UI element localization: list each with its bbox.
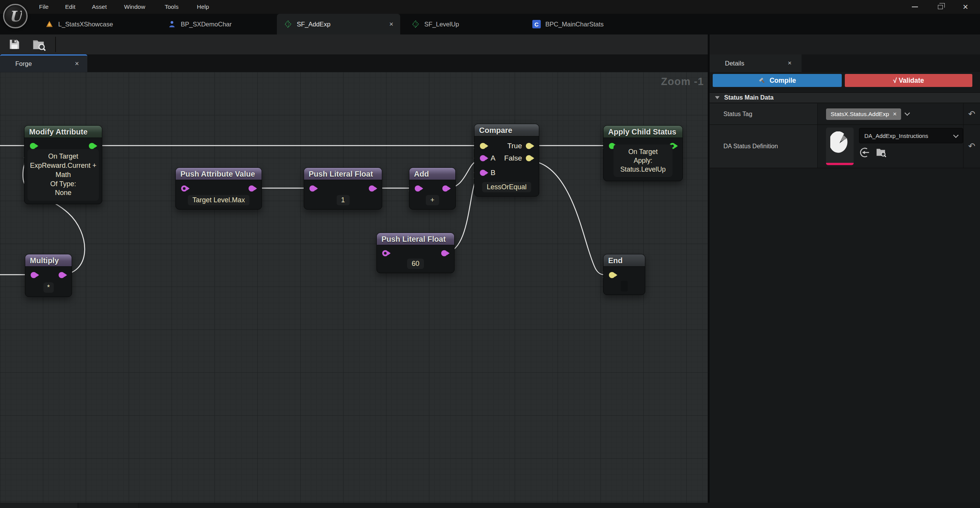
bottom-dock-strip xyxy=(0,503,980,508)
menu-window[interactable]: Window xyxy=(122,0,147,14)
node-value: + xyxy=(426,195,439,205)
section-status-main-data[interactable]: Status Main Data xyxy=(710,92,980,103)
menu-help[interactable]: Help xyxy=(195,0,211,14)
asset-tab-bar: L_StatsXShowcase BP_SXDemoChar SF_AddExp… xyxy=(0,14,980,34)
node-info-box: On Target Apply: Status.LevelUp xyxy=(614,144,672,177)
chevron-down-icon xyxy=(953,133,959,138)
unreal-editor-window: File Edit Asset Window Tools Help × U L_… xyxy=(0,0,980,508)
tab-label: BP_SXDemoChar xyxy=(181,21,232,28)
exec-in-pin[interactable] xyxy=(609,272,615,278)
forge-tab-close-icon[interactable]: × xyxy=(75,60,79,68)
property-value-cell: StatsX.Status.AddExp × xyxy=(818,103,963,125)
false-out-pin[interactable] xyxy=(526,155,532,161)
tag-value: StatsX.Status.AddExp xyxy=(831,111,889,118)
exec-in-pin[interactable] xyxy=(480,143,486,149)
node-push-literal-float-1[interactable]: Push Literal Float 1 xyxy=(304,167,382,210)
property-value-cell: DA_AddExp_Instructions xyxy=(818,125,963,168)
forge-script-icon xyxy=(284,20,292,28)
asset-color-bar xyxy=(826,163,854,165)
node-end[interactable]: End xyxy=(603,254,645,295)
tab-close-icon[interactable]: × xyxy=(389,20,393,28)
reset-to-default-icon[interactable]: ↶ xyxy=(968,141,975,151)
node-modify-attribute[interactable]: Modify Attribute Math On Target ExpRewar… xyxy=(24,125,102,204)
menu-edit[interactable]: Edit xyxy=(63,0,78,14)
menu-file[interactable]: File xyxy=(37,0,51,14)
pie-chart-icon xyxy=(830,131,849,155)
property-label: DA Status Definition xyxy=(723,143,778,150)
toolbar-separator xyxy=(55,37,56,52)
section-label: Status Main Data xyxy=(724,94,774,101)
save-button[interactable] xyxy=(8,38,21,51)
tab-sf-addexp[interactable]: SF_AddExp × xyxy=(277,14,400,34)
value-out-pin[interactable] xyxy=(59,272,65,278)
tab-bpc-maincharstats[interactable]: C BPC_MainCharStats xyxy=(525,14,636,34)
value-in-pin[interactable] xyxy=(309,185,316,192)
reset-cell: ↶ xyxy=(963,125,980,168)
details-tab-strip: Details × xyxy=(710,54,980,72)
node-header: Push Literal Float xyxy=(377,233,454,245)
hammer-icon xyxy=(758,77,766,84)
tab-forge[interactable]: Forge × xyxy=(0,54,87,72)
tab-details[interactable]: Details × xyxy=(710,54,802,72)
forge-graph-canvas[interactable]: Zoom -1 Modify Attribute Math On Target xyxy=(0,72,710,503)
restore-icon xyxy=(938,5,943,9)
status-tag-chip[interactable]: StatsX.Status.AddExp × xyxy=(826,108,901,120)
da-definition-dropdown[interactable]: DA_AddExp_Instructions xyxy=(859,128,963,143)
value-in-pin[interactable] xyxy=(31,272,37,278)
validate-button[interactable]: √ Validate xyxy=(845,74,972,87)
reset-to-default-icon[interactable]: ↶ xyxy=(968,109,975,119)
node-header: Compare xyxy=(474,124,539,136)
pin-label: A xyxy=(491,154,496,162)
dock-segment xyxy=(139,503,980,508)
details-tab-close-icon[interactable]: × xyxy=(788,59,792,67)
use-selected-asset-icon[interactable] xyxy=(859,147,870,160)
node-apply-child-status[interactable]: Apply Child Status On Target Apply: Stat… xyxy=(603,125,683,181)
node-multiply[interactable]: Multiply * xyxy=(25,254,72,297)
node-value: 60 xyxy=(407,259,424,269)
exec-in-pin[interactable] xyxy=(30,143,36,149)
exec-out-pin[interactable] xyxy=(89,143,95,149)
value-out-pin[interactable] xyxy=(441,250,447,256)
node-header: Modify Attribute xyxy=(25,126,102,138)
data-asset-thumbnail[interactable] xyxy=(826,128,854,165)
a-input-pin[interactable] xyxy=(480,155,486,161)
menu-tools[interactable]: Tools xyxy=(162,0,181,14)
collapse-triangle-icon xyxy=(715,96,720,99)
folder-search-icon xyxy=(31,37,47,52)
value-out-pin[interactable] xyxy=(442,185,448,192)
tab-level-statsxshowcase[interactable]: L_StatsXShowcase xyxy=(38,14,139,34)
dropdown-value: DA_AddExp_Instructions xyxy=(864,133,928,139)
tab-bp-sxdemochar[interactable]: BP_SXDemoChar xyxy=(161,14,257,34)
compile-button[interactable]: Compile xyxy=(713,74,842,87)
value-in-pin[interactable] xyxy=(415,185,421,192)
window-close-button[interactable]: × xyxy=(957,0,974,14)
row-status-tag: Status Tag StatsX.Status.AddExp × ↶ xyxy=(710,103,980,125)
value-in-pin[interactable] xyxy=(181,185,187,192)
node-header: Apply Child Status xyxy=(604,126,682,138)
dock-segment xyxy=(0,503,77,508)
tab-label: SF_LevelUp xyxy=(424,21,459,28)
node-push-attribute-value[interactable]: Push Attribute Value Target Level.Max xyxy=(175,167,262,210)
true-out-pin[interactable] xyxy=(526,143,532,149)
dock-segment xyxy=(79,503,138,508)
pin-label: False xyxy=(504,154,522,162)
tag-remove-icon[interactable]: × xyxy=(893,110,897,118)
node-add[interactable]: Add + xyxy=(409,167,456,210)
chevron-down-icon[interactable] xyxy=(905,110,910,116)
value-out-pin[interactable] xyxy=(249,185,255,192)
value-in-pin[interactable] xyxy=(382,250,388,256)
menu-asset[interactable]: Asset xyxy=(90,0,109,14)
tab-sf-levelup[interactable]: SF_LevelUp xyxy=(404,14,481,34)
node-compare[interactable]: Compare A B True False LessOrEqual xyxy=(474,124,539,197)
tab-label: BPC_MainCharStats xyxy=(545,21,604,28)
window-restore-button[interactable] xyxy=(931,0,949,14)
window-minimize-button[interactable] xyxy=(906,0,924,14)
details-panel: Details × Compile √ Validate Status Main… xyxy=(710,54,980,508)
browse-to-asset-button[interactable] xyxy=(31,37,47,52)
node-header: Multiply xyxy=(25,254,72,267)
b-input-pin[interactable] xyxy=(480,170,486,176)
node-push-literal-float-60[interactable]: Push Literal Float 60 xyxy=(376,233,455,273)
value-out-pin[interactable] xyxy=(369,185,375,192)
node-empty-slot xyxy=(621,281,628,292)
browse-to-asset-icon[interactable] xyxy=(875,146,887,160)
